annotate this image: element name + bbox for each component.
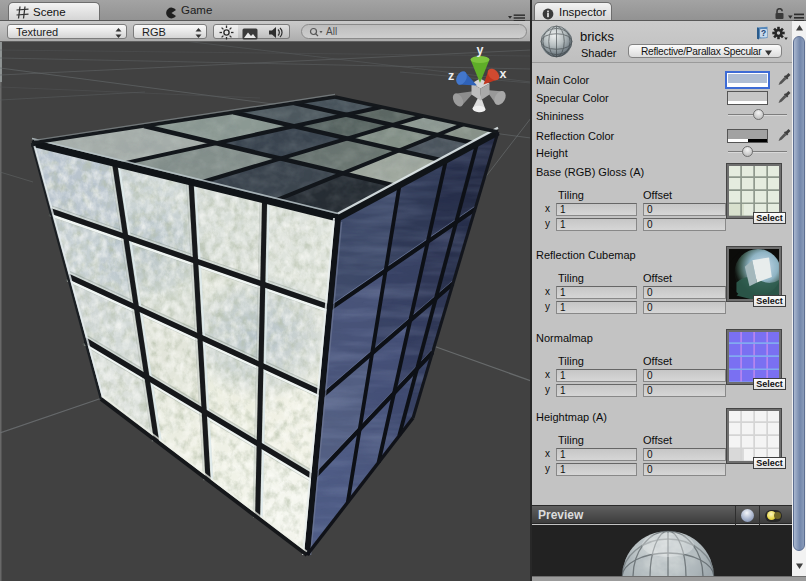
svg-text:?: ? bbox=[761, 28, 766, 38]
svg-text:y: y bbox=[477, 43, 484, 57]
svg-text:z: z bbox=[448, 69, 454, 83]
svg-text:x: x bbox=[500, 67, 507, 81]
